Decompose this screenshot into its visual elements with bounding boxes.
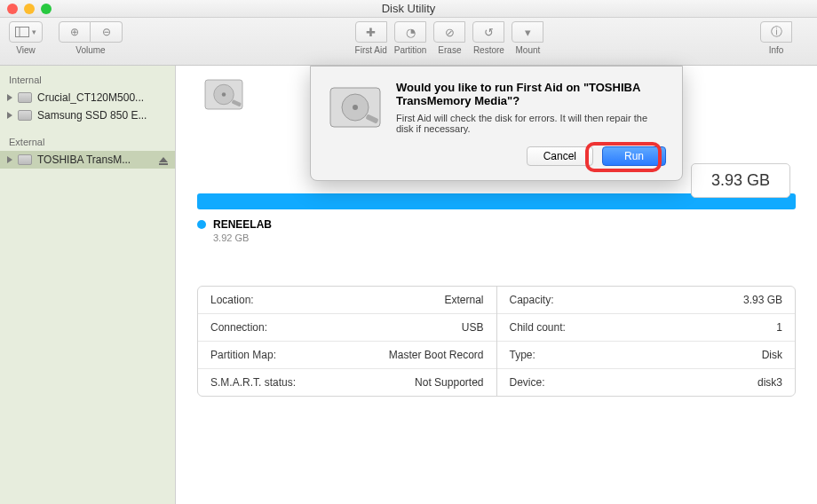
tb-info-group: ⓘ Info xyxy=(760,21,792,55)
volume-remove-button[interactable]: ⊖ xyxy=(91,21,123,43)
tb-view-label: View xyxy=(16,45,36,55)
tb-partition-label: Partition xyxy=(394,45,427,55)
chevron-down-icon: ▾ xyxy=(32,28,36,36)
info-key: Child count: xyxy=(510,321,566,334)
info-val: Disk xyxy=(762,349,782,361)
minus-volume-icon: ⊖ xyxy=(102,26,111,38)
info-val: USB xyxy=(462,321,484,334)
dialog-disk-icon xyxy=(327,81,384,166)
tb-erase-label: Erase xyxy=(438,45,461,55)
tb-firstaid-label: First Aid xyxy=(355,45,387,55)
erase-button[interactable]: ⊘ xyxy=(433,21,465,43)
toolbar-center: ✚First Aid ◔Partition ⊘Erase ↺Restore ▾M… xyxy=(355,21,544,55)
disk-icon xyxy=(18,154,32,165)
info-key: Capacity: xyxy=(510,294,554,306)
sidebar-item-external-0[interactable]: TOSHIBA TransM... xyxy=(0,151,175,169)
info-key: Location: xyxy=(210,294,254,306)
svg-rect-0 xyxy=(16,28,29,37)
volume-size: 3.92 GB xyxy=(213,232,796,243)
info-grid: Location:External Connection:USB Partiti… xyxy=(197,286,796,397)
sidebar-layout-icon xyxy=(15,27,29,37)
mount-button[interactable]: ▾ xyxy=(512,21,543,43)
svg-point-8 xyxy=(353,105,358,110)
eject-icon[interactable] xyxy=(159,157,168,162)
run-button[interactable]: Run xyxy=(602,146,666,166)
titlebar: Disk Utility xyxy=(0,0,817,18)
info-key: S.M.A.R.T. status: xyxy=(210,376,296,389)
first-aid-icon: ✚ xyxy=(366,26,376,39)
disclosure-icon xyxy=(7,156,12,163)
plus-volume-icon: ⊕ xyxy=(70,26,79,38)
info-button[interactable]: ⓘ xyxy=(760,21,792,43)
toolbar: ▾ View ⊕ ⊖ Volume ✚First Aid ◔Partition … xyxy=(0,18,817,66)
volume-row: RENEELAB xyxy=(197,218,796,231)
info-key: Connection: xyxy=(210,321,267,334)
tb-volume-group: ⊕ ⊖ Volume xyxy=(59,21,123,55)
volume-name: RENEELAB xyxy=(213,218,272,231)
info-val: 3.93 GB xyxy=(743,294,782,306)
mount-icon: ▾ xyxy=(525,26,531,39)
view-button[interactable]: ▾ xyxy=(9,21,43,43)
disclosure-icon xyxy=(7,94,12,101)
first-aid-dialog: Would you like to run First Aid on "TOSH… xyxy=(310,66,683,181)
dialog-title: Would you like to run First Aid on "TOSH… xyxy=(396,81,666,107)
info-key: Device: xyxy=(510,376,545,389)
info-val: 1 xyxy=(776,321,782,334)
sidebar-section-internal: Internal xyxy=(0,71,175,89)
info-val: Master Boot Record xyxy=(389,349,484,361)
dialog-message: First Aid will check the disk for errors… xyxy=(396,113,666,134)
sidebar-item-internal-0[interactable]: Crucial_CT120M500... xyxy=(0,89,175,106)
restore-button[interactable]: ↺ xyxy=(472,21,504,43)
main-pane: 3.93 GB RENEELAB 3.92 GB Location:Extern… xyxy=(176,66,817,504)
info-val: External xyxy=(444,294,483,306)
tb-view-group: ▾ View xyxy=(9,21,43,55)
volume-color-icon xyxy=(197,220,206,229)
disk-icon xyxy=(18,92,32,103)
window-title: Disk Utility xyxy=(0,2,817,15)
volume-add-button[interactable]: ⊕ xyxy=(59,21,91,43)
sidebar: Internal Crucial_CT120M500... Samsung SS… xyxy=(0,66,176,504)
sidebar-item-label: Samsung SSD 850 E... xyxy=(37,109,147,122)
sidebar-item-label: Crucial_CT120M500... xyxy=(37,91,144,104)
sidebar-item-label: TOSHIBA TransM... xyxy=(37,154,131,166)
info-icon: ⓘ xyxy=(771,24,782,40)
info-val: disk3 xyxy=(758,376,782,389)
info-val: Not Supported xyxy=(415,376,483,389)
svg-point-4 xyxy=(222,92,226,97)
tb-mount-label: Mount xyxy=(516,45,541,55)
tb-volume-label: Volume xyxy=(75,45,105,55)
erase-icon: ⊘ xyxy=(445,26,455,39)
sidebar-item-internal-1[interactable]: Samsung SSD 850 E... xyxy=(0,106,175,124)
partition-button[interactable]: ◔ xyxy=(394,21,426,43)
info-key: Partition Map: xyxy=(210,349,276,361)
capacity-badge: 3.93 GB xyxy=(691,163,790,198)
partition-icon: ◔ xyxy=(406,26,416,39)
info-key: Type: xyxy=(510,349,535,361)
tb-restore-label: Restore xyxy=(473,45,504,55)
disk-hero-icon xyxy=(202,75,245,120)
first-aid-button[interactable]: ✚ xyxy=(355,21,387,43)
disk-icon xyxy=(18,110,32,121)
tb-info-label: Info xyxy=(769,45,784,55)
restore-icon: ↺ xyxy=(484,26,494,39)
disclosure-icon xyxy=(7,112,12,119)
sidebar-section-external: External xyxy=(0,133,175,151)
cancel-button[interactable]: Cancel xyxy=(527,146,593,166)
